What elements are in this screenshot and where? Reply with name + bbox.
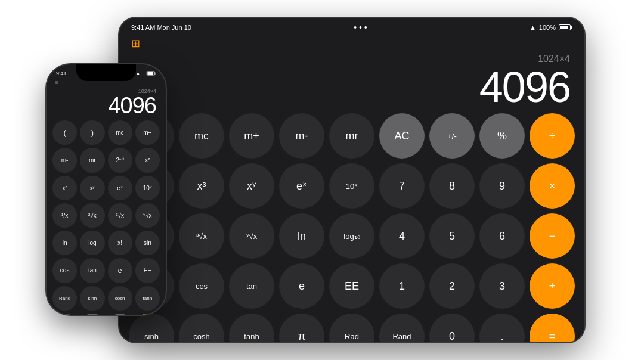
iphone-button---x[interactable]: ³√x: [108, 203, 132, 228]
ipad-button-m-[interactable]: m-: [279, 113, 324, 159]
ipad-button-0[interactable]: 0: [429, 314, 475, 342]
iphone-button-AC[interactable]: AC: [52, 314, 77, 315]
iphone-button-sin[interactable]: sin: [135, 231, 160, 255]
ipad-display: 1024×4 4096: [129, 54, 575, 113]
iphone-button-e[interactable]: e: [108, 258, 132, 283]
ipad-button-cos[interactable]: cos: [179, 263, 224, 309]
ipad-status-center: • • •: [354, 23, 367, 32]
iphone-menu-icon[interactable]: ≡: [55, 79, 58, 86]
iphone-button-x-[interactable]: x³: [52, 176, 77, 200]
ipad-button-grid: )mcm+m-mrAC+/-%÷x²x³xʸeˣ10ˣ789×²√x³√xʸ√x…: [129, 113, 575, 342]
iphone-button-Rand[interactable]: Rand: [52, 286, 77, 311]
ipad-button-9[interactable]: 9: [479, 163, 525, 209]
ipad-device: 9:41 AM Mon Jun 10 • • • ▲ 100% ⊞ 1024×4: [119, 18, 584, 342]
iphone-button-x-[interactable]: x²: [135, 148, 160, 172]
scene: 9:41 AM Mon Jun 10 • • • ▲ 100% ⊞ 1024×4: [0, 0, 644, 360]
iphone-button---x[interactable]: ʸ√x: [135, 203, 160, 228]
iphone-button-x-[interactable]: xʸ: [80, 176, 104, 200]
ipad-button-7[interactable]: 7: [379, 163, 425, 209]
ipad-button-5[interactable]: 5: [429, 213, 475, 259]
iphone-button-ln[interactable]: ln: [52, 231, 77, 255]
ipad-button-tanh[interactable]: tanh: [229, 314, 274, 342]
iphone-calculator: 1024×4 4096 ()mcm+m-mr2ⁿᵈx²x³xʸeˣ10ˣ¹/x²…: [47, 88, 166, 315]
iphone-button-cos[interactable]: cos: [52, 258, 77, 283]
ipad-button-8[interactable]: 8: [429, 163, 475, 209]
ipad-button-x-[interactable]: x³: [179, 163, 224, 209]
iphone-button---x[interactable]: ¹/x: [52, 203, 77, 228]
ipad-button--[interactable]: .: [479, 314, 525, 342]
ipad-button-3[interactable]: 3: [479, 263, 525, 309]
iphone-button-log[interactable]: log: [80, 231, 104, 255]
ipad-button-6[interactable]: 6: [479, 213, 525, 259]
iphone-button----[interactable]: +/-: [80, 314, 104, 315]
iphone-button-x-[interactable]: x!: [108, 231, 132, 255]
ipad-button-e[interactable]: e: [279, 263, 324, 309]
ipad-status-bar: 9:41 AM Mon Jun 10 • • • ▲ 100%: [119, 18, 584, 35]
ipad-button-log--[interactable]: log₁₀: [329, 213, 374, 259]
iphone-button-m-[interactable]: m+: [135, 120, 160, 145]
ipad-battery-text: 100%: [539, 24, 556, 31]
iphone-button--[interactable]: ): [80, 120, 104, 145]
iphone-notch: [76, 64, 136, 81]
iphone-button--[interactable]: %: [108, 314, 132, 315]
iphone-button-EE[interactable]: EE: [135, 258, 160, 283]
ipad-toolbar: ⊞: [119, 35, 584, 54]
iphone-button--[interactable]: (: [52, 120, 77, 145]
ipad-button-EE[interactable]: EE: [329, 263, 374, 309]
ipad-button--[interactable]: %: [479, 113, 525, 159]
ipad-button-x-[interactable]: xʸ: [229, 163, 274, 209]
ipad-button-10-[interactable]: 10ˣ: [329, 163, 374, 209]
ipad-button-e-[interactable]: eˣ: [279, 163, 324, 209]
iphone-time: 9:41: [56, 70, 67, 76]
ipad-battery-icon: [559, 24, 572, 30]
ipad-button-mc[interactable]: mc: [179, 113, 224, 159]
ipad-time: 9:41 AM Mon Jun 10: [131, 24, 191, 31]
iphone-display: 1024×4 4096: [52, 88, 160, 120]
ipad-result: 4096: [134, 66, 570, 108]
ipad-button--[interactable]: +: [530, 263, 575, 309]
ipad-sidebar-icon[interactable]: ⊞: [131, 37, 140, 50]
iphone-result: 4096: [56, 94, 156, 117]
iphone-button-mr[interactable]: mr: [80, 148, 104, 172]
ipad-button-tan[interactable]: tan: [229, 263, 274, 309]
ipad-button--[interactable]: =: [530, 314, 575, 342]
ipad-button--[interactable]: ×: [530, 163, 575, 209]
ipad-button-cosh[interactable]: cosh: [179, 314, 224, 342]
ipad-button-Rad[interactable]: Rad: [329, 314, 374, 342]
ipad-button--[interactable]: ÷: [530, 113, 575, 159]
iphone-device: 9:41 ▲ ≡: [47, 64, 166, 315]
ipad-wifi-icon: ▲: [530, 24, 536, 31]
ipad-button-m-[interactable]: m+: [229, 113, 274, 159]
ipad-button-ln[interactable]: ln: [279, 213, 324, 259]
iphone-battery-icon: [147, 72, 156, 76]
ipad-button-4[interactable]: 4: [379, 213, 425, 259]
ipad-button--[interactable]: π: [279, 314, 324, 342]
iphone-button-2--[interactable]: 2ⁿᵈ: [108, 148, 132, 172]
iphone-button-mc[interactable]: mc: [108, 120, 132, 145]
iphone-button-sinh[interactable]: sinh: [80, 286, 104, 311]
iphone-button-10-[interactable]: 10ˣ: [135, 176, 160, 200]
iphone-button-e-[interactable]: eˣ: [108, 176, 132, 200]
ipad-button---x[interactable]: ʸ√x: [229, 213, 274, 259]
iphone-button-grid: ()mcm+m-mr2ⁿᵈx²x³xʸeˣ10ˣ¹/x²√x³√xʸ√xlnlo…: [52, 120, 160, 315]
ipad-button-1[interactable]: 1: [379, 263, 425, 309]
ipad-button---x[interactable]: ³√x: [179, 213, 224, 259]
ipad-button-Rand[interactable]: Rand: [379, 314, 425, 342]
iphone-button---x[interactable]: ²√x: [80, 203, 104, 228]
ipad-calculator: 1024×4 4096 )mcm+m-mrAC+/-%÷x²x³xʸeˣ10ˣ7…: [119, 54, 584, 342]
ipad-dots-icon: • • •: [354, 23, 367, 32]
ipad-button-sinh[interactable]: sinh: [129, 314, 174, 342]
iphone-button-cosh[interactable]: cosh: [108, 286, 132, 311]
ipad-button----[interactable]: +/-: [429, 113, 475, 159]
ipad-status-right: ▲ 100%: [530, 24, 572, 31]
ipad-button-mr[interactable]: mr: [329, 113, 374, 159]
iphone-button-tanh[interactable]: tanh: [135, 286, 160, 311]
iphone-button-tan[interactable]: tan: [80, 258, 104, 283]
ipad-button--[interactable]: −: [530, 213, 575, 259]
iphone-wifi-icon: ▲: [135, 70, 141, 76]
ipad-button-2[interactable]: 2: [429, 263, 475, 309]
ipad-button-AC[interactable]: AC: [379, 113, 425, 159]
iphone-button-m-[interactable]: m-: [52, 148, 77, 172]
